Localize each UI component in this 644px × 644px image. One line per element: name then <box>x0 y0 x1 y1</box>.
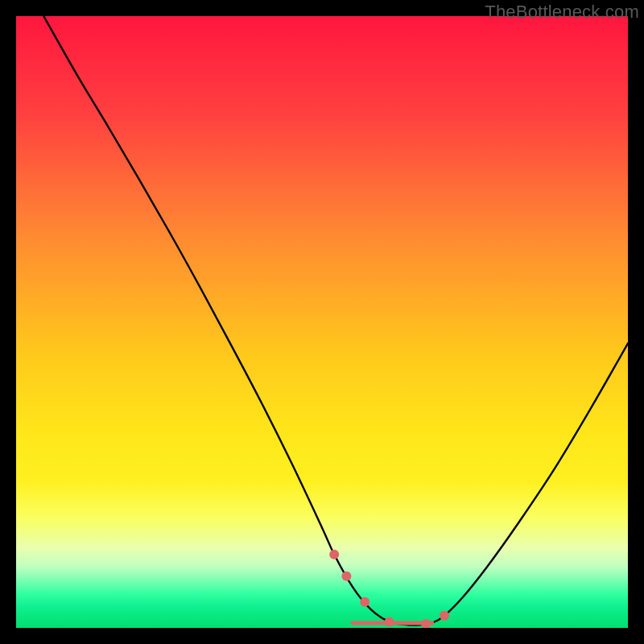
bottleneck-curve <box>16 16 628 628</box>
svg-point-2 <box>361 598 369 605</box>
plot-area <box>16 16 628 628</box>
watermark-label: TheBottleneck.com <box>485 2 639 23</box>
svg-point-3 <box>386 618 393 625</box>
svg-point-1 <box>343 572 350 580</box>
svg-point-4 <box>423 621 430 628</box>
svg-point-5 <box>441 612 448 619</box>
svg-point-0 <box>331 551 338 558</box>
chart-frame: TheBottleneck.com <box>0 0 644 644</box>
